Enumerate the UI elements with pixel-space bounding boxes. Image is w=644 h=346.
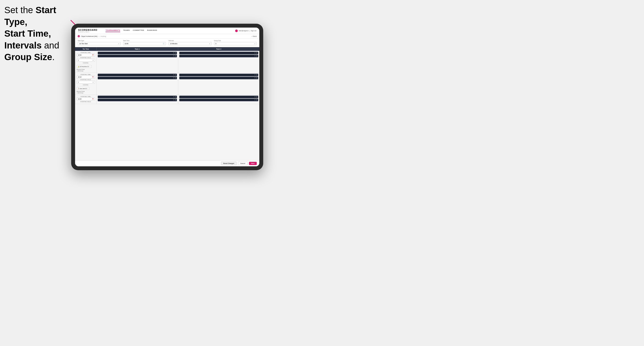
group-right-1: ✕ ⚙ ✕ ⚙ ✕ ⚙ ✕: [97, 51, 259, 73]
player-x-1-1[interactable]: ✕: [173, 52, 174, 54]
player-x-2-2[interactable]: ✕: [254, 55, 256, 57]
time-icon-2: ⏰: [92, 76, 94, 78]
team1-col-3: ✕ ⚙ ✕ ⚙: [97, 95, 178, 104]
instruction-and: and: [42, 40, 59, 50]
player-edit-3-2[interactable]: ⚙: [175, 77, 176, 79]
player-edit-2-2[interactable]: ⚙: [256, 55, 258, 57]
course-label-1: COURSE:: [76, 62, 95, 64]
player-x-3-2[interactable]: ✕: [173, 77, 174, 79]
group-size-group: Group Size 3 ▾: [214, 40, 257, 45]
logo-sub: Powered by clipp.io: [78, 31, 97, 32]
remove-group-1[interactable]: Remove Group: [76, 69, 95, 70]
course-tag-1: ⛳ (A) Peachtree GC ✕: [76, 64, 95, 68]
group-left-1: STARTING TIME: 10:00 ⏰ STARTING HOLE: 1 …: [75, 51, 97, 73]
tablet-frame: SCOREBOARD Powered by clipp.io TOURNAMEN…: [71, 24, 263, 170]
back-button[interactable]: < Back: [252, 35, 257, 37]
intervals-select[interactable]: 10 Minutes ▾: [168, 42, 212, 45]
starting-time-val-1: 10:00: [78, 54, 81, 56]
player-edit-6-1[interactable]: ⚙: [256, 96, 258, 98]
hole-arrow-1: ⬍: [92, 59, 94, 61]
starting-hole-input-2[interactable]: 1 ⬍: [76, 81, 95, 84]
intervals-label: Intervals: [168, 40, 212, 41]
player-x-6-1[interactable]: ✕: [254, 96, 256, 98]
player-x-6-2[interactable]: ✕: [254, 99, 256, 101]
group-size-arrow: ▾: [254, 43, 255, 44]
player-edit-2-1[interactable]: ⚙: [256, 52, 258, 54]
player-edit-4-1[interactable]: ⚙: [256, 74, 258, 76]
player-x-3-1[interactable]: ✕: [173, 74, 174, 76]
player-bar-2-2: ✕ ⚙: [179, 55, 258, 57]
instruction-intervals: Intervals: [4, 40, 42, 50]
nav-links: TOURNAMENTS TEAMS COMMITTEE RANKINGS: [106, 29, 157, 32]
team2-col-3: ✕ ⚙ ✕ ⚙: [178, 95, 260, 104]
player-bar-1-1: ✕ ⚙: [98, 52, 177, 54]
starting-time-input-3[interactable]: 10:20 ⏰: [76, 98, 95, 100]
nav-tournaments[interactable]: TOURNAMENTS: [106, 29, 120, 32]
nav-teams[interactable]: TEAMS: [123, 29, 130, 32]
breadcrumb-bar: C Clippd Invitational (Me) > Hosting < B…: [75, 34, 259, 38]
add-group-1[interactable]: + Add Group: [76, 70, 95, 72]
start-time-label: Start Time: [123, 40, 166, 41]
time-icon-3: ⏰: [92, 98, 94, 100]
breadcrumb-tournament[interactable]: Clippd Invitational (Me): [81, 35, 98, 37]
col-team1: Team 1: [97, 47, 178, 51]
start-type-value: 1st Tee Start: [79, 43, 88, 44]
player-edit-5-2[interactable]: ⚙: [175, 99, 176, 101]
nav-committee[interactable]: COMMITTEE: [133, 29, 144, 32]
breadcrumb-sep: >: [98, 35, 100, 37]
course-remove-1[interactable]: ✕: [90, 66, 90, 67]
course-tag-inner-1[interactable]: ⛳ (A) Peachtree GC ✕: [76, 65, 92, 68]
player-edit-3-1[interactable]: ⚙: [175, 74, 176, 76]
starting-time-input-2[interactable]: 10:10 ⏰: [76, 76, 95, 78]
instruction-set: Set the: [4, 5, 36, 15]
player-x-4-2[interactable]: ✕: [254, 77, 256, 79]
save-button[interactable]: Save: [249, 162, 257, 165]
table-row: STARTING TIME: 10:10 ⏰ STARTING HOLE: 1 …: [75, 73, 259, 95]
starting-hole-val-1: 1: [78, 59, 79, 61]
player-edit-1-2[interactable]: ⚙: [175, 55, 176, 57]
starting-time-label-2: STARTING TIME:: [76, 74, 95, 75]
player-x-1-2[interactable]: ✕: [173, 55, 174, 57]
player-bar-3-1: ✕ ⚙: [98, 74, 177, 76]
nav-separator: |: [250, 30, 250, 31]
hole-arrow-2: ⬍: [92, 81, 94, 83]
course-remove-2[interactable]: ✕: [88, 88, 88, 89]
player-edit-6-2[interactable]: ⚙: [256, 99, 258, 101]
start-type-group: Start Type 1st Tee Start ▾: [78, 40, 120, 45]
player-x-5-1[interactable]: ✕: [173, 96, 174, 98]
player-x-2-1[interactable]: ✕: [254, 52, 256, 54]
instruction-period: .: [52, 52, 55, 62]
player-x-5-2[interactable]: ✕: [173, 99, 174, 101]
sign-out-link[interactable]: Sign out: [251, 30, 256, 31]
start-type-select[interactable]: 1st Tee Start ▾: [78, 42, 120, 45]
starting-time-input-1[interactable]: 10:00 ⏰: [76, 54, 95, 56]
intervals-arrow: ▾: [209, 43, 210, 44]
table-row: STARTING TIME: 10:00 ⏰ STARTING HOLE: 1 …: [75, 51, 259, 73]
reset-changes-button[interactable]: Reset Changes: [221, 162, 237, 165]
start-time-arrow: 🕐: [163, 43, 164, 44]
add-group-2[interactable]: + Add Group: [76, 92, 95, 94]
course-icon-2: 🏌: [78, 88, 79, 89]
group-size-select[interactable]: 3 ▾: [214, 42, 257, 45]
player-bar-1-2: ✕ ⚙: [98, 55, 177, 57]
course-icon-1: ⛳: [78, 66, 79, 67]
logo: SCOREBOARD Powered by clipp.io: [78, 29, 97, 32]
starting-hole-input-1[interactable]: 1 ⬍: [76, 59, 95, 62]
nav-rankings[interactable]: RANKINGS: [147, 29, 157, 32]
start-time-value: 10:00: [125, 43, 128, 44]
team2-col-2: ✕ ⚙ ✕ ⚙: [178, 73, 260, 95]
course-tag-inner-2[interactable]: 🏌 East Lake GC ✕: [76, 87, 89, 90]
player-edit-4-2[interactable]: ⚙: [256, 77, 258, 79]
user-avatar: [235, 29, 238, 32]
player-edit-1-1[interactable]: ⚙: [175, 52, 176, 54]
player-x-4-1[interactable]: ✕: [254, 74, 256, 76]
group-left-3: STARTING TIME: 10:20 ⏰ STARTING HOLE:: [75, 95, 97, 104]
start-time-select[interactable]: 10:00 🕐: [123, 42, 166, 45]
user-email: blair@clippd.io: [238, 30, 248, 31]
remove-group-2[interactable]: Remove Group: [76, 91, 95, 92]
player-edit-5-1[interactable]: ⚙: [175, 96, 176, 98]
course-name-2: East Lake GC: [80, 88, 87, 89]
intervals-value: 10 Minutes: [170, 43, 177, 44]
col-tee-time: Tee Time: [75, 47, 97, 51]
cancel-button[interactable]: Cancel: [238, 162, 248, 165]
